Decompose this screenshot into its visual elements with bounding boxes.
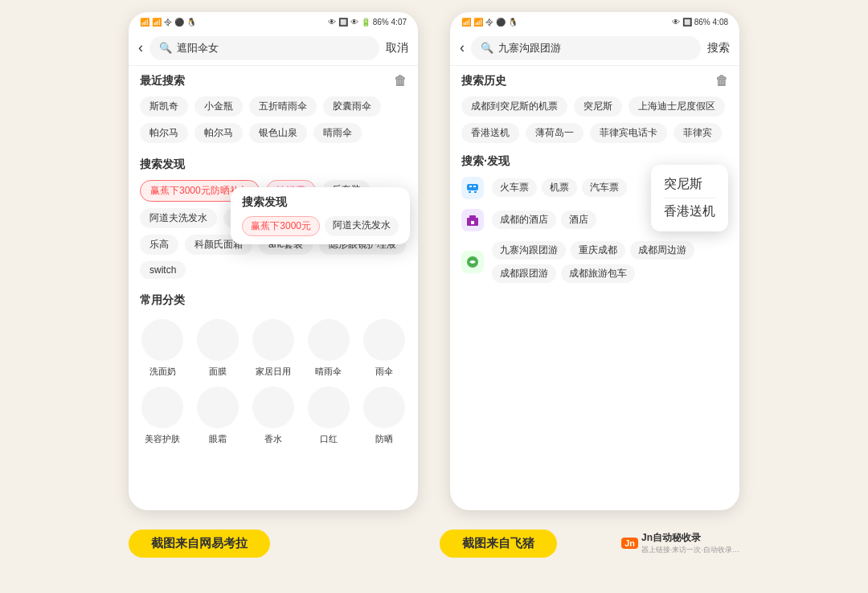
tag-斯凯奇[interactable]: 斯凯奇 [140,96,188,117]
cancel-button-left[interactable]: 取消 [386,41,408,55]
tag-菲律宾电话卡[interactable]: 菲律宾电话卡 [590,123,667,143]
cat-家居日用[interactable]: 家居日用 [251,319,297,377]
categories-grid: 洗面奶 面膜 家居日用 晴雨伞 [129,313,418,456]
tag-晴雨伞[interactable]: 晴雨伞 [313,123,362,143]
status-bar-right: 📶 📶 令 ⚫ 🐧 👁 🔲 86% 4:08 [450,12,739,31]
categories-title: 常用分类 [129,285,418,313]
search-input-right[interactable]: 🔍 九寨沟跟团游 [471,36,701,60]
tag-乐高[interactable]: 乐高 [140,235,178,255]
tour-tags: 九寨沟跟团游 重庆成都 成都周边游 成都跟团游 成都旅游包车 [492,241,728,283]
source-label-left: 截图来自网易考拉 [129,530,270,558]
tooltip-item-突尼斯[interactable]: 突尼斯 [664,171,715,198]
tag-九寨沟跟团游[interactable]: 九寨沟跟团游 [492,241,566,260]
right-phone: 📶 📶 令 ⚫ 🐧 👁 🔲 86% 4:08 ‹ 🔍 九寨 [450,12,739,510]
tag-成都突尼斯机票[interactable]: 成都到突尼斯的机票 [461,96,567,117]
tag-switch[interactable]: switch [140,261,186,279]
trash-icon-right[interactable]: 🗑 [715,74,728,88]
tag-阿道夫洗发水[interactable]: 阿道夫洗发水 [140,208,217,228]
popup-tag-red[interactable]: 赢蕉下3000元 [242,216,320,236]
popup-tags: 赢蕉下3000元 阿道夫洗发水 [242,216,399,236]
status-right-left: 👁 🔲 👁 🔋 86% 4:07 [328,18,407,27]
logo-jn-icon: Jn [621,538,638,549]
left-phone: 📶 📶 令 ⚫ 🐧 👁 🔲 👁 🔋 86% 4:07 ‹ [129,12,418,510]
search-icon-left: 🔍 [159,42,172,54]
tag-薄荷岛[interactable]: 薄荷岛一 [526,123,583,143]
svg-rect-3 [469,186,472,187]
recent-search-title: 最近搜索 🗑 [129,66,418,93]
search-bar-right: ‹ 🔍 九寨沟跟团游 搜索 [450,31,739,66]
tag-机票[interactable]: 机票 [542,178,577,197]
tag-小金瓶[interactable]: 小金瓶 [194,96,243,117]
search-button-right[interactable]: 搜索 [707,41,730,55]
bottom-area: 截图来自网易考拉 截图来自飞猪 Jn Jn自动秘收录 器上链接·来访一次·自动收… [121,530,747,558]
train-icon [461,177,484,199]
cat-香水[interactable]: 香水 [251,386,297,444]
tag-菲律宾[interactable]: 菲律宾 [674,123,722,143]
svg-rect-4 [473,186,476,187]
popup-title: 搜索发现 [242,195,399,210]
back-button-right[interactable]: ‹ [460,39,465,56]
logo-title: Jn自动秘收录 [641,531,739,545]
tag-火车票[interactable]: 火车票 [492,178,537,197]
svg-rect-7 [471,221,474,224]
tag-成都旅游包车[interactable]: 成都旅游包车 [561,264,635,283]
svg-rect-2 [474,191,477,193]
tag-帕尔马1[interactable]: 帕尔马 [140,123,188,143]
tag-成都的酒店[interactable]: 成都的酒店 [492,211,556,229]
logo-area: Jn Jn自动秘收录 器上链接·来访一次·自动收录… [621,531,739,555]
trash-icon-left[interactable]: 🗑 [394,74,407,88]
tag-汽车票[interactable]: 汽车票 [582,178,627,197]
cat-美容护肤[interactable]: 美容护肤 [140,386,186,444]
tag-酒店[interactable]: 酒店 [561,211,596,229]
popup-tag-normal[interactable]: 阿道夫洗发水 [325,216,399,236]
tag-上海迪士尼[interactable]: 上海迪士尼度假区 [628,96,725,117]
tooltip-item-香港送机[interactable]: 香港送机 [664,198,715,225]
search-bar-left: ‹ 🔍 遮阳伞女 取消 [129,31,418,66]
tag-成都跟团游[interactable]: 成都跟团游 [492,264,556,283]
cat-面膜[interactable]: 面膜 [195,319,241,377]
left-discover-popup: 搜索发现 赢蕉下3000元 阿道夫洗发水 [231,187,410,244]
hotel-icon [461,209,484,231]
tour-icon [461,251,484,273]
cat-晴雨伞[interactable]: 晴雨伞 [305,319,351,377]
status-left-right: 📶 📶 令 ⚫ 🐧 [461,17,518,28]
tag-五折晴雨伞[interactable]: 五折晴雨伞 [249,96,317,117]
logo-subtitle: 器上链接·来访一次·自动收录… [641,545,739,555]
cat-洗面奶[interactable]: 洗面奶 [140,319,186,377]
recent-tags-container: 斯凯奇 小金瓶 五折晴雨伞 胶囊雨伞 帕尔马 帕尔马 银色山泉 晴雨伞 [129,93,418,149]
tag-胶囊雨伞[interactable]: 胶囊雨伞 [323,96,381,117]
svg-rect-6 [469,215,476,219]
history-tags-right: 成都到突尼斯的机票 突尼斯 上海迪士尼度假区 香港送机 薄荷岛一 菲律宾电话卡 … [450,93,739,149]
cat-雨伞[interactable]: 雨伞 [361,319,407,377]
status-right-right: 👁 🔲 86% 4:08 [672,18,728,27]
tag-帕尔马2[interactable]: 帕尔马 [194,123,243,143]
source-label-right: 截图来自飞猪 [440,530,557,558]
tag-成都周边游[interactable]: 成都周边游 [630,241,694,260]
cat-口红[interactable]: 口红 [305,386,351,444]
search-value-right: 九寨沟跟团游 [498,41,561,55]
history-title-right: 搜索历史 🗑 [450,66,739,93]
cat-防晒[interactable]: 防晒 [361,386,407,444]
tag-重庆成都[interactable]: 重庆成都 [571,241,625,260]
svg-rect-1 [469,191,471,193]
tag-香港送机[interactable]: 香港送机 [461,123,519,143]
search-input-left[interactable]: 🔍 遮阳伞女 [149,36,379,60]
discover-row-tour: 九寨沟跟团游 重庆成都 成都周边游 成都跟团游 成都旅游包车 [450,236,739,288]
hotel-tags: 成都的酒店 酒店 [492,211,596,229]
svg-rect-0 [467,184,478,190]
status-bar-left: 📶 📶 令 ⚫ 🐧 👁 🔲 👁 🔋 86% 4:07 [129,12,418,31]
right-tooltip: 突尼斯 香港送机 [651,165,728,231]
tag-突尼斯[interactable]: 突尼斯 [574,96,622,117]
search-icon-right: 🔍 [481,42,493,54]
search-value-left: 遮阳伞女 [177,41,219,55]
status-left-left: 📶 📶 令 ⚫ 🐧 [140,17,196,28]
back-button-left[interactable]: ‹ [138,39,143,56]
discover-title-left: 搜索发现 [129,149,418,177]
tag-银色山泉[interactable]: 银色山泉 [249,123,307,143]
train-tags: 火车票 机票 汽车票 [492,178,627,197]
cat-眼霜[interactable]: 眼霜 [195,386,241,444]
